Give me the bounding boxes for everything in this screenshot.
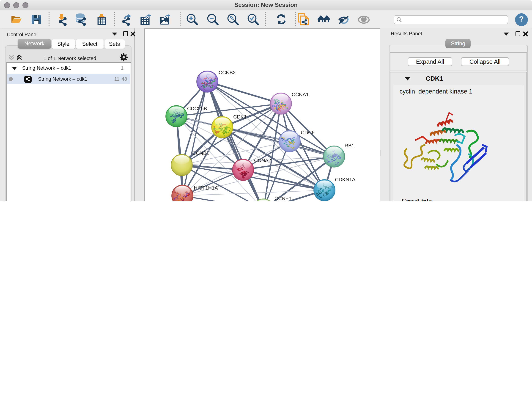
svg-text:CCNA1: CCNA1 xyxy=(292,92,309,97)
svg-text:CCNB2: CCNB2 xyxy=(219,70,236,75)
svg-text:CDC25B: CDC25B xyxy=(187,106,207,111)
svg-text:CCNE1: CCNE1 xyxy=(274,196,292,201)
svg-text:CDC6: CDC6 xyxy=(301,130,315,135)
svg-text:CDKN1A: CDKN1A xyxy=(335,177,355,182)
svg-text:CDK1: CDK1 xyxy=(233,114,247,120)
svg-text:HIST1H1A: HIST1H1A xyxy=(194,185,218,191)
svg-text:CCNB1: CCNB1 xyxy=(192,150,209,156)
svg-text:RB1: RB1 xyxy=(345,143,355,148)
svg-text:CCNA2: CCNA2 xyxy=(254,157,271,163)
